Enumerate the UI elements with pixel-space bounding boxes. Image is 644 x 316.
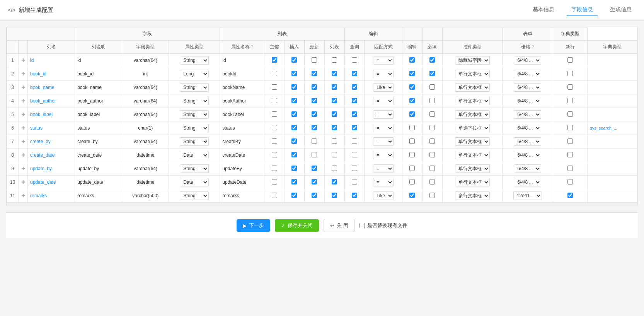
- attr-type-select-2[interactable]: StringLongIntegerDoubleDateBoolean: [180, 83, 209, 92]
- match-cell[interactable]: =Like>=<=<>: [365, 176, 402, 189]
- newrow-cell[interactable]: [553, 108, 588, 121]
- query-cell[interactable]: [344, 108, 365, 121]
- drag-handle[interactable]: ✚: [19, 54, 28, 67]
- newrow-cell[interactable]: [553, 189, 588, 203]
- list-cb-5[interactable]: [332, 125, 337, 130]
- ctrl-sel-7[interactable]: 单行文本框多行文本框隐藏域字段单选下拉框多选下拉框日期控件文件上传: [455, 151, 490, 159]
- ctrl-type-cell[interactable]: 单行文本框多行文本框隐藏域字段单选下拉框多选下拉框日期控件文件上传: [442, 162, 503, 176]
- query-cb-1[interactable]: [352, 71, 357, 76]
- newrow-cell[interactable]: [553, 94, 588, 108]
- attr-type-cell[interactable]: StringLongIntegerDoubleDateBoolean: [169, 81, 220, 94]
- attr-type-select-3[interactable]: StringLongIntegerDoubleDateBoolean: [180, 97, 209, 105]
- insert-cb-3[interactable]: [291, 98, 297, 103]
- edit-cb-5[interactable]: [409, 125, 415, 130]
- list-cb-10[interactable]: [332, 193, 337, 198]
- req-cb-8[interactable]: [429, 166, 435, 171]
- match-sel-2[interactable]: =Like>=<=<>: [373, 83, 394, 92]
- newrow-cb-1[interactable]: [567, 71, 573, 76]
- edit-cell[interactable]: [402, 162, 422, 176]
- ctrl-type-cell[interactable]: 单行文本框多行文本框隐藏域字段单选下拉框多选下拉框日期控件文件上传: [442, 149, 503, 162]
- insert-cell[interactable]: [285, 54, 305, 67]
- newrow-cell[interactable]: [553, 54, 588, 67]
- req-cb-0[interactable]: [429, 57, 435, 63]
- edit-cell[interactable]: [402, 121, 422, 135]
- pk-cell[interactable]: [264, 189, 285, 203]
- match-sel-8[interactable]: =Like>=<=<>: [373, 164, 394, 173]
- list-cell[interactable]: [324, 54, 344, 67]
- attr-type-cell[interactable]: StringLongIntegerDoubleDateBoolean: [169, 149, 220, 162]
- ctrl-sel-5[interactable]: 单行文本框多行文本框隐藏域字段单选下拉框多选下拉框日期控件文件上传: [455, 124, 490, 132]
- update-cell[interactable]: [304, 81, 324, 94]
- attr-type-cell[interactable]: StringLongIntegerDoubleDateBoolean: [169, 108, 220, 121]
- insert-cb-7[interactable]: [291, 152, 297, 157]
- insert-cb-2[interactable]: [291, 84, 297, 90]
- insert-cb-4[interactable]: [291, 111, 297, 117]
- edit-cb-10[interactable]: [409, 193, 415, 198]
- drag-handle[interactable]: ✚: [19, 67, 28, 81]
- newrow-cell[interactable]: [553, 121, 588, 135]
- ctrl-sel-6[interactable]: 单行文本框多行文本框隐藏域字段单选下拉框多选下拉框日期控件文件上传: [455, 137, 490, 146]
- list-cell[interactable]: [324, 149, 344, 162]
- edit-cell[interactable]: [402, 149, 422, 162]
- list-cb-7[interactable]: [332, 152, 337, 157]
- list-cell[interactable]: [324, 94, 344, 108]
- insert-cb-9[interactable]: [291, 179, 297, 184]
- grid-cell[interactable]: 6/4/8 ...: [503, 149, 553, 162]
- match-sel-3[interactable]: =Like>=<=<>: [373, 97, 394, 105]
- query-cell[interactable]: [344, 162, 365, 176]
- pk-cell[interactable]: [264, 135, 285, 149]
- query-cell[interactable]: [344, 149, 365, 162]
- pk-cb-7[interactable]: [272, 152, 277, 157]
- list-cb-4[interactable]: [332, 111, 337, 117]
- required-cell[interactable]: [422, 67, 442, 81]
- required-cell[interactable]: [422, 54, 442, 67]
- newrow-cell[interactable]: [553, 162, 588, 176]
- ctrl-type-cell[interactable]: 单行文本框多行文本框隐藏域字段单选下拉框多选下拉框日期控件文件上传: [442, 121, 503, 135]
- pk-cell[interactable]: [264, 67, 285, 81]
- newrow-cb-7[interactable]: [567, 152, 573, 157]
- match-cell[interactable]: =Like>=<=<>: [365, 162, 402, 176]
- update-cb-10[interactable]: [312, 193, 317, 198]
- query-cb-5[interactable]: [352, 125, 357, 130]
- pk-cb-4[interactable]: [272, 111, 277, 117]
- query-cb-10[interactable]: [352, 193, 357, 198]
- update-cell[interactable]: [304, 149, 324, 162]
- attr-type-select-9[interactable]: StringLongIntegerDoubleDateBoolean: [180, 178, 209, 186]
- ctrl-type-cell[interactable]: 单行文本框多行文本框隐藏域字段单选下拉框多选下拉框日期控件文件上传: [442, 94, 503, 108]
- update-cell[interactable]: [304, 162, 324, 176]
- ctrl-type-cell[interactable]: 单行文本框多行文本框隐藏域字段单选下拉框多选下拉框日期控件文件上传: [442, 189, 503, 203]
- pk-cb-2[interactable]: [272, 84, 277, 90]
- match-cell[interactable]: =Like>=<=<>: [365, 189, 402, 203]
- required-cell[interactable]: [422, 81, 442, 94]
- nav-item-basic[interactable]: 基本信息: [528, 4, 559, 16]
- grid-cell[interactable]: 6/4/8 ...: [503, 54, 553, 67]
- ctrl-type-cell[interactable]: 单行文本框多行文本框隐藏域字段单选下拉框多选下拉框日期控件文件上传: [442, 135, 503, 149]
- pk-cell[interactable]: [264, 94, 285, 108]
- ctrl-sel-8[interactable]: 单行文本框多行文本框隐藏域字段单选下拉框多选下拉框日期控件文件上传: [455, 164, 490, 173]
- req-cb-1[interactable]: [429, 71, 435, 76]
- newrow-cb-10[interactable]: [567, 193, 573, 198]
- save-button[interactable]: ✓ 保存并关闭: [275, 219, 319, 232]
- newrow-cell[interactable]: [553, 135, 588, 149]
- attr-type-cell[interactable]: StringLongIntegerDoubleDateBoolean: [169, 162, 220, 176]
- match-sel-5[interactable]: =Like>=<=<>: [373, 124, 394, 132]
- attr-type-select-4[interactable]: StringLongIntegerDoubleDateBoolean: [180, 110, 209, 119]
- query-cell[interactable]: [344, 135, 365, 149]
- edit-cell[interactable]: [402, 176, 422, 189]
- list-cell[interactable]: [324, 189, 344, 203]
- match-sel-0[interactable]: =Like>=<=<>: [373, 56, 394, 65]
- grid-sel-2[interactable]: 6/4/8 ...: [514, 83, 541, 92]
- drag-handle[interactable]: ✚: [19, 189, 28, 203]
- pk-cb-3[interactable]: [272, 98, 277, 103]
- required-cell[interactable]: [422, 162, 442, 176]
- ctrl-type-cell[interactable]: 单行文本框多行文本框隐藏域字段单选下拉框多选下拉框日期控件文件上传: [442, 176, 503, 189]
- grid-cell[interactable]: 6/4/8 ...: [503, 108, 553, 121]
- list-cell[interactable]: [324, 135, 344, 149]
- req-cb-5[interactable]: [429, 125, 435, 130]
- match-cell[interactable]: =Like>=<=<>: [365, 67, 402, 81]
- req-cb-10[interactable]: [429, 193, 435, 198]
- newrow-cell[interactable]: [553, 176, 588, 189]
- grid-sel-6[interactable]: 6/4/8 ...: [514, 137, 541, 146]
- newrow-cell[interactable]: [553, 149, 588, 162]
- req-cb-2[interactable]: [429, 84, 435, 90]
